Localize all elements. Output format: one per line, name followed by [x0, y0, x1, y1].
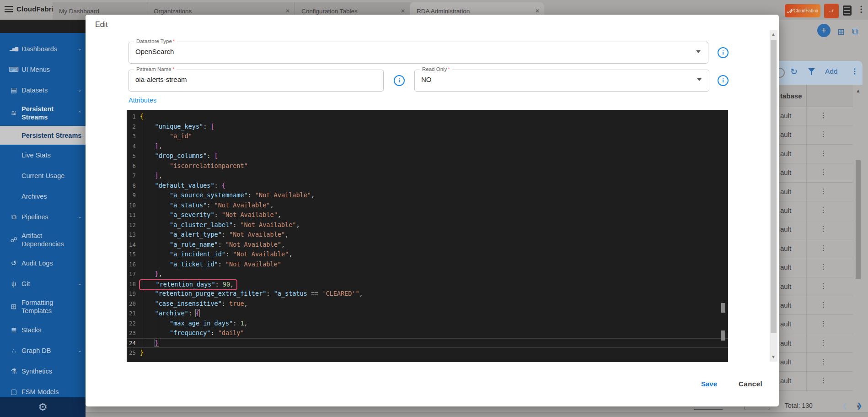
table-scrollbar[interactable]: ▲ ▼: [855, 87, 862, 411]
sidebar-item-live-stats[interactable]: Live Stats: [0, 145, 86, 165]
editor-line-23[interactable]: 23 "frequency": "daily": [127, 328, 728, 338]
editor-line-19[interactable]: 19 "retention_purge_extra_filter": "a_st…: [127, 289, 728, 299]
editor-line-21[interactable]: 21 "archive": {: [127, 309, 728, 319]
editor-line-8[interactable]: 8 "default_values": {: [127, 181, 728, 191]
editor-line-25[interactable]: 25}: [127, 348, 728, 358]
tab-close-icon[interactable]: ✕: [535, 8, 540, 14]
row-kebab-icon[interactable]: ⋮: [820, 149, 827, 157]
editor-line-4[interactable]: 4 ],: [127, 141, 728, 152]
cloudfabrix-app-badge[interactable]: 𝒩: [824, 4, 839, 18]
row-kebab-icon[interactable]: ⋮: [820, 339, 827, 347]
chevron-down-icon[interactable]: ⌄: [78, 347, 82, 353]
toolbar-kebab-icon[interactable]: ⋮: [851, 67, 858, 76]
editor-line-3[interactable]: 3 "a_id": [127, 131, 728, 141]
filter-funnel-icon[interactable]: [808, 68, 815, 75]
editor-line-17[interactable]: 17 },: [127, 269, 728, 279]
row-kebab-icon[interactable]: ⋮: [820, 111, 827, 119]
row-kebab-icon[interactable]: ⋮: [820, 301, 827, 309]
info-icon[interactable]: i: [718, 47, 729, 58]
chevron-down-icon[interactable]: ⌄: [78, 214, 82, 220]
datastore-type-field[interactable]: Datastore Type* OpenSearch: [129, 42, 708, 64]
sidebar-item-persistent-streams[interactable]: ≋Persistent Streams⌃: [0, 100, 86, 126]
editor-line-1[interactable]: 1{: [127, 112, 728, 122]
chevron-up-icon[interactable]: ⌃: [78, 110, 82, 116]
scroll-up-icon[interactable]: ▲: [771, 32, 776, 37]
row-kebab-icon[interactable]: ⋮: [820, 130, 827, 138]
sidebar-item-persistent-streams[interactable]: Persistent Streams: [0, 126, 86, 145]
add-button[interactable]: Add: [825, 67, 838, 76]
row-kebab-icon[interactable]: ⋮: [820, 282, 827, 290]
editor-line-11[interactable]: 11 "a_severity": "Not Available",: [127, 210, 728, 220]
sidebar-item-ui-menus[interactable]: ⌨UI Menus: [0, 59, 86, 80]
cancel-button[interactable]: Cancel: [734, 378, 767, 390]
sidebar-item-pipelines[interactable]: ⧉Pipelines⌄: [0, 206, 86, 227]
row-kebab-icon[interactable]: ⋮: [820, 357, 827, 366]
editor-line-6[interactable]: 6 "iscorrelationparent": [127, 161, 728, 171]
info-icon[interactable]: i: [718, 75, 729, 86]
page-next-icon[interactable]: ❯: [857, 401, 863, 410]
search-icon[interactable]: [779, 68, 785, 78]
tab-close-icon[interactable]: ✕: [401, 8, 405, 14]
chevron-down-icon[interactable]: ⌄: [78, 46, 82, 52]
editor-line-12[interactable]: 12 "a_cluster_label": "Not Available",: [127, 220, 728, 230]
chevron-down-icon[interactable]: ⌄: [78, 87, 82, 93]
sidebar-item-artifact-dependencies[interactable]: ☍Artifact Dependencies: [0, 227, 86, 253]
editor-line-22[interactable]: 22 "max_age_in_days": 1,: [127, 319, 728, 329]
chevron-down-icon[interactable]: ⌄: [78, 281, 82, 287]
editor-scrollbar-thumb2[interactable]: [721, 330, 725, 341]
info-icon[interactable]: i: [394, 75, 405, 86]
page-prev-icon[interactable]: ❮: [842, 401, 848, 410]
sidebar-item-datasets[interactable]: ▤Datasets⌄: [0, 80, 86, 100]
row-kebab-icon[interactable]: ⋮: [820, 263, 827, 271]
dialog-scrollbar[interactable]: ▲ ▼: [770, 30, 777, 362]
tab-close-icon[interactable]: ✕: [285, 8, 290, 14]
dropdown-arrow-icon[interactable]: [697, 78, 702, 81]
apps-grid-icon[interactable]: [843, 5, 852, 16]
gear-icon[interactable]: ⚙: [38, 401, 48, 413]
add-fab-button[interactable]: +: [817, 24, 830, 37]
sidebar-item-current-usage[interactable]: Current Usage: [0, 165, 86, 186]
sidebar-item-archives[interactable]: Archives: [0, 186, 86, 206]
row-kebab-icon[interactable]: ⋮: [820, 320, 827, 328]
hamburger-menu-icon[interactable]: [5, 6, 13, 12]
copy-panels-icon[interactable]: ⧉: [852, 27, 858, 37]
scroll-down-icon[interactable]: ▼: [771, 354, 776, 359]
sidebar-item-synthetics[interactable]: ⚗Synthetics: [0, 361, 86, 381]
sidebar-item-git[interactable]: ψGit⌄: [0, 273, 86, 294]
attributes-code-editor[interactable]: 1{2 "unique_keys": [3 "a_id"4 ],5 "drop_…: [127, 110, 728, 362]
read-only-field[interactable]: Read Only* NO: [414, 70, 709, 92]
editor-line-2[interactable]: 2 "unique_keys": [: [127, 122, 728, 132]
pstream-name-field[interactable]: Pstream Name* oia-alerts-stream: [129, 70, 384, 92]
refresh-icon[interactable]: ↻: [790, 66, 798, 77]
editor-line-14[interactable]: 14 "a_rule_name": "Not Available",: [127, 240, 728, 250]
sidebar-item-graph-db[interactable]: ∴Graph DB⌄: [0, 340, 86, 361]
editor-line-24[interactable]: 24 }: [127, 338, 728, 348]
sidebar-item-dashboards[interactable]: ▂▅▇Dashboards⌄: [0, 38, 86, 59]
editor-line-13[interactable]: 13 "a_alert_type": "Not Available",: [127, 230, 728, 240]
editor-line-18[interactable]: 18 "retention_days": 90,: [127, 279, 728, 289]
scrollbar-thumb[interactable]: [771, 40, 777, 333]
row-kebab-icon[interactable]: ⋮: [820, 376, 827, 385]
editor-line-15[interactable]: 15 "a_incident_id": "Not Available",: [127, 249, 728, 260]
row-kebab-icon[interactable]: ⋮: [820, 187, 827, 195]
editor-line-7[interactable]: 7 ],: [127, 171, 728, 181]
row-kebab-icon[interactable]: ⋮: [820, 168, 827, 176]
top-kebab-menu-icon[interactable]: ⋮: [857, 4, 865, 14]
editor-line-9[interactable]: 9 "a_source_systemname": "Not Available"…: [127, 190, 728, 200]
editor-line-20[interactable]: 20 "case_insensitive": true,: [127, 299, 728, 309]
scroll-up-icon[interactable]: ▲: [856, 88, 861, 93]
sidebar-item-stacks[interactable]: ≣Stacks: [0, 320, 86, 340]
editor-scrollbar-thumb[interactable]: [721, 303, 725, 313]
save-button[interactable]: Save: [697, 378, 722, 390]
row-kebab-icon[interactable]: ⋮: [820, 244, 827, 252]
editor-line-10[interactable]: 10 "a_status": "Not Available",: [127, 200, 728, 211]
editor-line-5[interactable]: 5 "drop_columns": [: [127, 151, 728, 161]
dropdown-arrow-icon[interactable]: [696, 50, 701, 53]
editor-line-16[interactable]: 16 "a_ticket_id": "Not Available": [127, 260, 728, 270]
sidebar-item-fsm-models[interactable]: ▢FSM Models: [0, 381, 86, 397]
row-kebab-icon[interactable]: ⋮: [820, 225, 827, 233]
row-kebab-icon[interactable]: ⋮: [820, 206, 827, 214]
sidebar-item-audit-logs[interactable]: ↺Audit Logs: [0, 253, 86, 273]
sidebar-item-formatting-templates[interactable]: ⊞Formatting Templates: [0, 294, 86, 320]
table-schedule-icon[interactable]: ⊞: [837, 27, 845, 37]
